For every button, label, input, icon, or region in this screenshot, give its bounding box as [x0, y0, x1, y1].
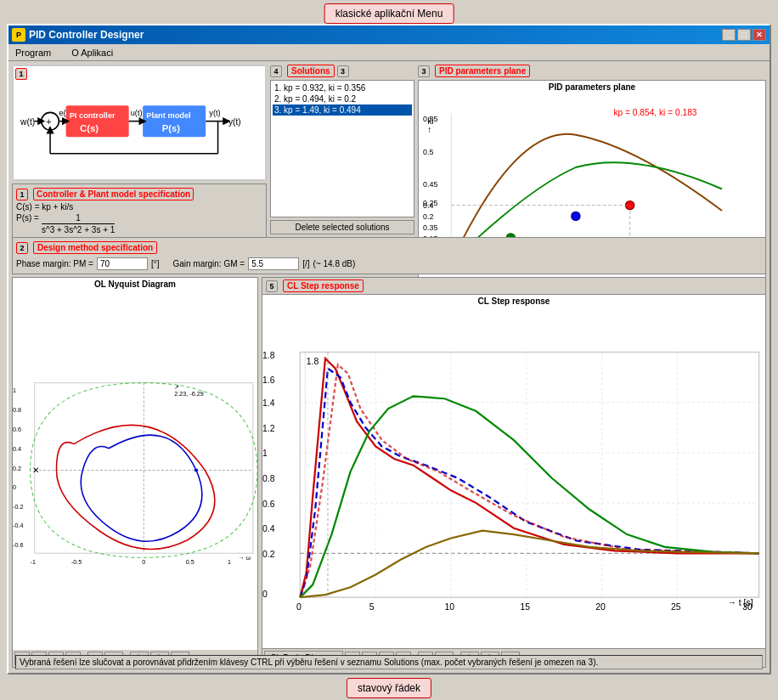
svg-text:-0.5: -0.5 — [71, 558, 82, 566]
svg-text:5: 5 — [369, 602, 375, 612]
svg-text:1.4: 1.4 — [262, 398, 275, 408]
block-diagram-panel: 1 w(t) + - e(t) — [12, 65, 267, 181]
nyquist-panel: OL Nyquist Diagram -1 -0.5 0 0 — [12, 277, 258, 668]
stavovy-radek-tooltip: stavový řádek — [347, 678, 431, 698]
svg-text:↑: ↑ — [427, 125, 431, 134]
svg-text:15: 15 — [520, 602, 530, 612]
pid-plane-panel: 3 PID parameters plane PID parameters pl… — [418, 65, 766, 234]
title-bar: P PID Controller Designer _ □ ✕ — [8, 25, 770, 44]
pid-plane-label: PID parameters plane — [435, 65, 530, 77]
svg-text:0.4: 0.4 — [13, 445, 21, 453]
svg-point-67 — [194, 468, 198, 471]
svg-text:1: 1 — [262, 449, 268, 458]
svg-text:-0.2: -0.2 — [13, 503, 23, 511]
svg-text:1.2: 1.2 — [262, 424, 275, 433]
cl-response-label: CL Step response — [283, 279, 364, 292]
status-bar: Vybraná řešení lze slučovat a porovnávat… — [15, 655, 763, 669]
menu-bar: Program O Aplikaci — [8, 44, 770, 61]
minimize-button[interactable]: _ — [722, 29, 736, 41]
svg-text:0.2: 0.2 — [262, 550, 275, 559]
delete-solutions-button[interactable]: Delete selected solutions — [270, 220, 414, 234]
svg-text:20: 20 — [595, 602, 606, 612]
solutions-panel: 4 Solutions 3 1. kp = 0.932, ki = 0.356 … — [270, 65, 414, 234]
ps-label: P(s) = — [16, 213, 39, 223]
pid-plane-chart-title: PID parameters plane — [419, 81, 765, 93]
svg-text:y(t): y(t) — [209, 109, 220, 117]
svg-text:→ t [s]: → t [s] — [728, 598, 753, 607]
section-2-badge: 2 — [16, 242, 28, 254]
cs-equation: C(s) = kp + ki/s — [16, 202, 262, 212]
svg-text:-0.6: -0.6 — [13, 541, 23, 549]
svg-text:0.8: 0.8 — [13, 406, 21, 414]
svg-text:0: 0 — [296, 602, 302, 612]
section-4-badge: 4 — [270, 65, 282, 77]
svg-text:2.23, -6.29: 2.23, -6.29 — [174, 390, 203, 398]
svg-text:0: 0 — [262, 590, 268, 599]
svg-point-39 — [572, 212, 580, 220]
svg-text:0.2: 0.2 — [13, 465, 21, 472]
svg-text:0: 0 — [13, 483, 16, 491]
solution-item-2[interactable]: 2. kp = 0.494, ki = 0.2 — [273, 93, 412, 104]
svg-rect-68 — [300, 353, 758, 598]
svg-text:kp = 0.854, ki = 0.183: kp = 0.854, ki = 0.183 — [614, 108, 697, 117]
gain-margin-db: (~ 14.8 dB) — [313, 259, 356, 268]
svg-text:10: 10 — [445, 602, 455, 612]
svg-text:0.25: 0.25 — [423, 199, 437, 207]
solutions-list[interactable]: 1. kp = 0.932, ki = 0.356 2. kp = 0.494,… — [270, 80, 414, 217]
menu-program[interactable]: Program — [12, 47, 54, 59]
gain-margin-input[interactable] — [248, 257, 299, 270]
svg-text:y(t): y(t) — [228, 117, 241, 127]
design-method-panel: 2 Design method specification Phase marg… — [12, 237, 766, 274]
controller-spec-label: Controller & Plant model specification — [33, 188, 194, 200]
cl-chart-title: CL Step response — [262, 295, 765, 308]
menu-o-aplikaci[interactable]: O Aplikaci — [68, 47, 116, 59]
solutions-label: Solutions — [287, 65, 335, 77]
svg-text:C(s): C(s) — [80, 123, 99, 133]
gain-margin-label: Gain margin: GM = — [172, 259, 245, 268]
svg-text:-1: -1 — [31, 558, 36, 566]
svg-text:1.6: 1.6 — [262, 376, 275, 386]
svg-text:0.4: 0.4 — [262, 524, 275, 533]
phase-margin-unit: [°] — [151, 259, 160, 268]
svg-text:u(t): u(t) — [131, 109, 143, 117]
svg-text:0: 0 — [142, 558, 145, 566]
solutions-count-badge: 3 — [337, 65, 349, 77]
solution-item-3[interactable]: 3. kp = 1.49, ki = 0.494 — [273, 104, 412, 116]
svg-text:1: 1 — [13, 387, 16, 394]
nyquist-chart-area: -1 -0.5 0 0.5 1 → ω 1 0.8 0.6 0.4 0.2 — [13, 291, 257, 650]
svg-text:0.35: 0.35 — [423, 223, 437, 232]
svg-text:0.5: 0.5 — [423, 148, 433, 156]
nyquist-chart-title: OL Nyquist Diagram — [13, 278, 257, 291]
svg-text:0.45: 0.45 — [423, 180, 437, 189]
ps-numerator: 1 — [42, 213, 115, 224]
section-3-badge: 3 — [418, 65, 430, 77]
svg-text:0.6: 0.6 — [262, 500, 275, 509]
svg-text:PI controller: PI controller — [70, 111, 116, 120]
svg-text:1: 1 — [228, 558, 231, 566]
svg-text:-0.4: -0.4 — [13, 522, 23, 529]
maximize-button[interactable]: □ — [737, 29, 751, 41]
svg-text:1.8: 1.8 — [307, 357, 319, 366]
svg-text:Plant model: Plant model — [146, 111, 190, 120]
cl-step-svg: 1.8 1.6 1.4 1.2 1 0.8 0.6 0.4 0.2 0 0 — [262, 308, 765, 648]
section-5-badge: 5 — [266, 280, 278, 292]
cl-response-panel: 5 CL Step response CL Step response — [262, 277, 766, 668]
section-1-badge: 1 — [15, 68, 27, 80]
block-diagram-svg: w(t) + - e(t) PI controller — [17, 70, 262, 176]
solution-item-1[interactable]: 1. kp = 0.932, ki = 0.356 — [273, 82, 412, 93]
svg-text:P(s): P(s) — [162, 123, 181, 133]
phase-margin-label: Phase margin: PM = — [16, 259, 93, 268]
nyquist-svg: -1 -0.5 0 0.5 1 → ω 1 0.8 0.6 0.4 0.2 — [13, 291, 257, 650]
section-1-label-badge: 1 — [16, 189, 28, 200]
svg-text:0.55: 0.55 — [423, 115, 437, 123]
svg-text:0.6: 0.6 — [13, 426, 21, 433]
gain-margin-unit: [/] — [302, 259, 309, 268]
cl-chart-area: 1.8 1.6 1.4 1.2 1 0.8 0.6 0.4 0.2 0 0 — [262, 308, 765, 648]
close-button[interactable]: ✕ — [753, 29, 766, 41]
design-method-label: Design method specification — [33, 241, 157, 254]
phase-margin-input[interactable] — [97, 257, 148, 270]
svg-text:25: 25 — [671, 602, 681, 612]
app-icon: P — [12, 28, 25, 42]
ps-denominator: s^3 + 3s^2 + 3s + 1 — [42, 224, 115, 234]
svg-text:→ ω: → ω — [238, 554, 251, 562]
